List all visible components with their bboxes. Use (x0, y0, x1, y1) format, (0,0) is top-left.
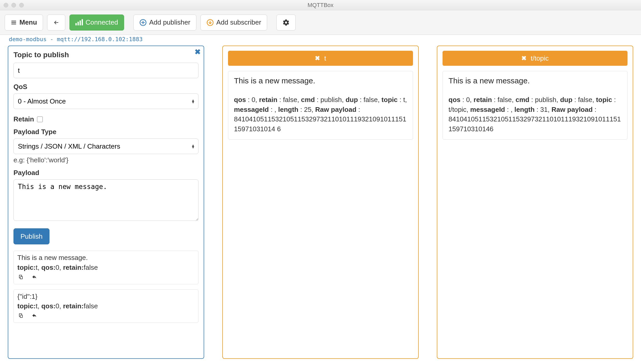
subscriber-panel: ✖tThis is a new message.qos : 0, retain … (222, 46, 419, 359)
retain-checkbox[interactable] (37, 117, 43, 122)
history-item: {"id":1}topic:t, qos:0, retain:false (13, 289, 198, 323)
publish-history: This is a new message.topic:t, qos:0, re… (13, 251, 198, 323)
history-meta: topic:t, qos:0, retain:false (17, 263, 195, 272)
republish-icon[interactable] (31, 313, 38, 318)
copy-icon[interactable] (17, 274, 24, 280)
download-circle-icon (206, 19, 214, 26)
republish-icon[interactable] (31, 274, 38, 280)
publish-button[interactable]: Publish (13, 228, 49, 244)
content: ✖ Topic to publish QoS ▲▼ Retain Payload… (0, 43, 641, 364)
payload-input[interactable] (13, 179, 198, 221)
subscriber-header: ✖t/topic (443, 51, 628, 66)
close-icon[interactable] (4, 3, 8, 8)
close-icon[interactable]: ✖ (315, 55, 320, 62)
back-button[interactable] (47, 14, 65, 31)
history-item: This is a new message.topic:t, qos:0, re… (13, 251, 198, 284)
qos-label: QoS (13, 83, 198, 91)
payload-label: Payload (13, 169, 198, 177)
add-subscriber-label: Add subscriber (216, 18, 261, 26)
message-meta: qos : 0, retain : false, cmd : publish, … (234, 95, 407, 134)
minimize-icon[interactable] (11, 3, 16, 8)
gear-icon (282, 19, 290, 26)
hamburger-icon (11, 19, 17, 26)
menu-label: Menu (19, 18, 37, 26)
message-body: This is a new message. (234, 76, 407, 85)
settings-button[interactable] (276, 14, 296, 31)
topic-input[interactable] (13, 63, 198, 78)
add-subscriber-button[interactable]: Add subscriber (201, 14, 267, 31)
history-body: This is a new message. (17, 253, 195, 262)
qos-select[interactable] (13, 93, 198, 109)
history-meta: topic:t, qos:0, retain:false (17, 302, 195, 311)
subscriber-topic: t/topic (531, 54, 549, 62)
arrow-left-icon (53, 19, 59, 26)
plus-circle-icon (139, 19, 147, 26)
signal-icon (75, 20, 83, 25)
window-controls (4, 3, 24, 8)
subscriber-topic: t (324, 54, 326, 62)
window-title: MQTTBox (0, 2, 641, 9)
menu-button[interactable]: Menu (5, 14, 43, 31)
message-body: This is a new message. (448, 76, 622, 85)
maximize-icon[interactable] (19, 3, 24, 8)
add-publisher-label: Add publisher (149, 18, 190, 26)
history-body: {"id":1} (17, 292, 195, 301)
connection-status-label: Connected (86, 18, 118, 26)
connection-status-button[interactable]: Connected (69, 14, 124, 31)
close-icon[interactable]: ✖ (521, 55, 526, 62)
copy-icon[interactable] (17, 313, 24, 318)
subscriber-panel: ✖t/topicThis is a new message.qos : 0, r… (437, 46, 633, 359)
retain-label: Retain (13, 115, 34, 123)
publisher-panel: ✖ Topic to publish QoS ▲▼ Retain Payload… (8, 46, 204, 359)
payload-type-hint: e.g: {'hello':'world'} (13, 156, 198, 164)
message-meta: qos : 0, retain : false, cmd : publish, … (448, 95, 622, 134)
payload-type-label: Payload Type (13, 128, 198, 136)
message-card: This is a new message.qos : 0, retain : … (228, 71, 413, 140)
close-icon[interactable]: ✖ (195, 48, 201, 56)
toolbar: Menu Connected Add publisher Add subscri… (0, 10, 641, 35)
topic-to-publish-label: Topic to publish (13, 51, 198, 59)
payload-type-select[interactable] (13, 139, 198, 154)
add-publisher-button[interactable]: Add publisher (133, 14, 196, 31)
connection-line: demo-modbus - mqtt://192.168.0.102:1883 (0, 35, 641, 43)
message-card: This is a new message.qos : 0, retain : … (443, 71, 628, 140)
window-titlebar: MQTTBox (0, 0, 641, 10)
subscriber-header: ✖t (228, 51, 413, 66)
